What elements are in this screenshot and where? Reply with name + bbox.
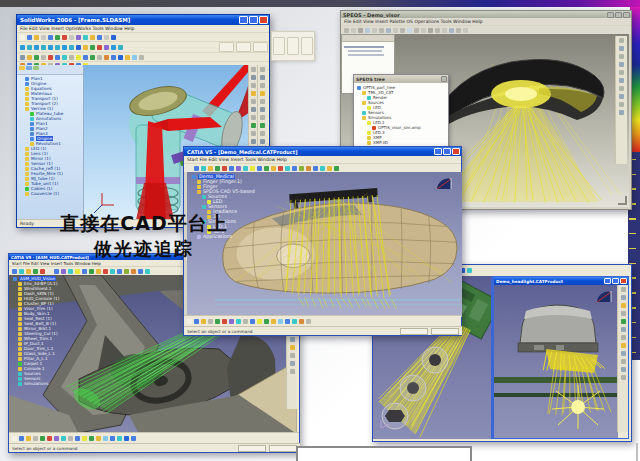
toolbar-icon[interactable]: [41, 55, 46, 60]
toolbar-icon[interactable]: [19, 436, 24, 441]
toolbar-icon[interactable]: [421, 28, 426, 33]
toolbar-icon[interactable]: [463, 28, 468, 33]
toolbar-icon[interactable]: [111, 35, 116, 40]
toolbar-icon[interactable]: [208, 166, 213, 171]
toolbar-icon[interactable]: [344, 28, 349, 33]
toolbar-icon[interactable]: [76, 55, 81, 60]
toolbar-icon[interactable]: [456, 28, 461, 33]
toolbar-icon[interactable]: [251, 67, 256, 72]
toolbar-icon[interactable]: [414, 28, 419, 33]
toolbar-icon[interactable]: [111, 45, 116, 50]
toolbar-icon[interactable]: [351, 28, 356, 33]
toolbar-icon[interactable]: [69, 45, 74, 50]
toolbar-icon[interactable]: [619, 110, 624, 115]
solidworks-feature-tree-panel[interactable]: Plan1OrigineEquationsMatériauxTransport …: [17, 65, 84, 220]
toolbar-icon[interactable]: [229, 166, 234, 171]
toolbar-icon[interactable]: [33, 436, 38, 441]
toolbar-icon[interactable]: [251, 115, 256, 120]
toolbar-icon[interactable]: [208, 319, 213, 324]
toolbar-icon[interactable]: [621, 367, 626, 372]
toolbar-icon[interactable]: [75, 269, 80, 274]
toolbar-icon[interactable]: [104, 45, 109, 50]
toolbar-icon[interactable]: [621, 335, 626, 340]
toolbar-icon[interactable]: [111, 55, 116, 60]
toolbar-icon[interactable]: [619, 62, 624, 67]
toolbar-icon[interactable]: [62, 45, 67, 50]
toolbar-icon[interactable]: [187, 166, 192, 171]
toolbar-icon[interactable]: [103, 436, 108, 441]
toolbar-icon[interactable]: [386, 28, 391, 33]
maximize-button[interactable]: [612, 278, 619, 284]
toolbar-icon[interactable]: [26, 436, 31, 441]
toolbar-icon[interactable]: [76, 45, 81, 50]
toolbar-icon[interactable]: [251, 75, 256, 80]
toolbar-icon[interactable]: [334, 166, 339, 171]
maximize-button[interactable]: [443, 148, 451, 155]
toolbar-icon[interactable]: [278, 319, 283, 324]
toolbar-icon[interactable]: [393, 28, 398, 33]
toolbar-icon[interactable]: [117, 269, 122, 274]
toolbar-icon[interactable]: [131, 269, 136, 274]
toolbar-icon[interactable]: [264, 166, 269, 171]
toolbar-icon[interactable]: [132, 55, 137, 60]
toolbar-icon[interactable]: [621, 311, 626, 316]
tab-features-icon[interactable]: [19, 66, 25, 70]
toolbar-icon[interactable]: [124, 269, 129, 274]
toolbar-icon[interactable]: [83, 45, 88, 50]
tree-item[interactable]: Simulations: [11, 381, 97, 386]
toolbar-icon[interactable]: [131, 436, 136, 441]
toolbar-icon[interactable]: [251, 107, 256, 112]
compass-icon[interactable]: [594, 289, 614, 305]
toolbar-icon[interactable]: [260, 139, 265, 144]
interior-spec-tree[interactable]: ASM_HUD_VisionEnv_3d-BP (A.1)WindShield.…: [11, 276, 97, 386]
toolbar-icon[interactable]: [82, 269, 87, 274]
toolbar-icon[interactable]: [619, 38, 624, 43]
inner-title-bar[interactable]: Demo_headlight.CATProduct: [494, 277, 628, 285]
toolbar-icon[interactable]: [619, 46, 624, 51]
toolbar-icon[interactable]: [407, 28, 412, 33]
visor-right-toolbar[interactable]: [615, 36, 627, 164]
visor-menu-bar[interactable]: File Edit View Insert Palette OS Operati…: [341, 18, 631, 26]
toolbar-icon[interactable]: [33, 269, 38, 274]
toolbar-icon[interactable]: [201, 319, 206, 324]
speos-palette-tree[interactable]: OPTIS_part_treeTML_3D_CATRenderSourcesLE…: [354, 83, 448, 147]
floating-toolbar-palette[interactable]: [271, 31, 315, 61]
toolbar-icon[interactable]: [251, 123, 256, 128]
toolbar-icon[interactable]: [75, 436, 80, 441]
toolbar-icon[interactable]: [82, 436, 87, 441]
tab-properties-icon[interactable]: [26, 66, 32, 70]
toolbar-icon[interactable]: [621, 359, 626, 364]
toolbar-icon[interactable]: [621, 303, 626, 308]
toolbar-icon[interactable]: [442, 28, 447, 33]
toolbar-icon[interactable]: [145, 269, 150, 274]
toolbar-icon[interactable]: [69, 35, 74, 40]
toolbar-icon[interactable]: [97, 55, 102, 60]
toolbar-icon[interactable]: [34, 35, 39, 40]
toolbar-icon[interactable]: [54, 269, 59, 274]
toolbar-icon[interactable]: [621, 319, 626, 324]
toolbar-icon[interactable]: [201, 166, 206, 171]
cm-button-2[interactable]: [236, 42, 251, 52]
toolbar-icon[interactable]: [621, 287, 626, 292]
toolbar-icon[interactable]: [68, 269, 73, 274]
toolbar-icon[interactable]: [285, 166, 290, 171]
inner-right-toolbar[interactable]: [617, 285, 628, 432]
toolbar-icon[interactable]: [621, 375, 626, 380]
toolbar-icon[interactable]: [236, 319, 241, 324]
minimize-button[interactable]: [607, 12, 614, 18]
maximize-button[interactable]: [249, 16, 258, 24]
toolbar-icon[interactable]: [290, 345, 295, 350]
toolbar-icon[interactable]: [12, 269, 17, 274]
toolbar-icon[interactable]: [320, 166, 325, 171]
toolbar-icon[interactable]: [251, 99, 256, 104]
toolbar-icon[interactable]: [313, 166, 318, 171]
toolbar-icon[interactable]: [34, 55, 39, 60]
toolbar-icon[interactable]: [278, 166, 283, 171]
close-button[interactable]: [623, 12, 630, 18]
toolbar-icon[interactable]: [299, 166, 304, 171]
toolbar-icon[interactable]: [90, 55, 95, 60]
minimize-button[interactable]: [604, 278, 611, 284]
toolbar-icon[interactable]: [260, 67, 265, 72]
toolbar-icon[interactable]: [48, 55, 53, 60]
toolbar-icon[interactable]: [41, 35, 46, 40]
